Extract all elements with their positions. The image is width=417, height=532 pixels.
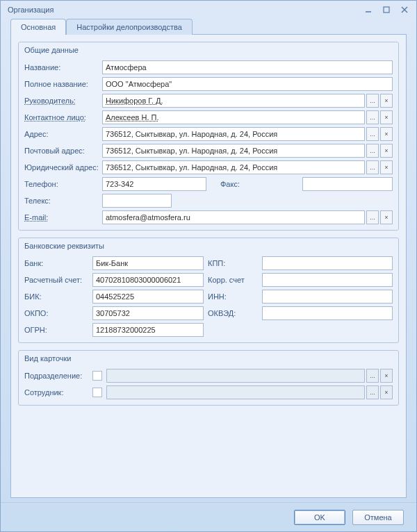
corr-input[interactable] <box>262 273 393 287</box>
address-label: Адрес: <box>24 130 101 138</box>
ogrn-label: ОГРН: <box>24 326 88 334</box>
group-general-title: Общие данные <box>19 42 398 56</box>
dialog-footer: OK Отмена <box>1 502 416 531</box>
email-input[interactable] <box>102 210 365 224</box>
email-label: E-mail: <box>24 213 101 222</box>
tab-panel-main: Общие данные Название: Полное название: … <box>10 34 407 498</box>
contact-clear-button[interactable]: × <box>380 110 393 124</box>
okved-input[interactable] <box>262 306 393 320</box>
corr-label: Корр. счет <box>208 276 258 284</box>
okpo-input[interactable] <box>92 306 204 320</box>
group-card: Вид карточки Подразделение: ... × Сотруд… <box>18 350 399 406</box>
group-bank-title: Банковские реквизиты <box>19 238 398 252</box>
legaladdr-input[interactable] <box>102 160 365 174</box>
ok-button[interactable]: OK <box>294 510 345 525</box>
bik-input[interactable] <box>92 290 204 304</box>
fullname-input[interactable] <box>102 77 393 91</box>
postaddr-input[interactable] <box>102 144 365 158</box>
telex-input[interactable] <box>102 194 172 208</box>
dept-clear-button: × <box>380 369 393 383</box>
inn-label: ИНН: <box>208 292 258 301</box>
head-clear-button[interactable]: × <box>380 94 393 108</box>
address-input[interactable] <box>102 127 365 141</box>
contact-input[interactable] <box>102 110 365 124</box>
legaladdr-clear-button[interactable]: × <box>380 160 393 174</box>
contact-label: Контактное лицо: <box>24 113 101 122</box>
name-label: Название: <box>24 63 101 72</box>
tab-main[interactable]: Основная <box>10 19 66 35</box>
fullname-label: Полное название: <box>24 80 101 88</box>
group-card-title: Вид карточки <box>19 351 398 365</box>
phone-input[interactable] <box>102 177 206 191</box>
emp-clear-button: × <box>380 385 393 399</box>
bank-input[interactable] <box>92 256 204 270</box>
emp-checkbox[interactable] <box>92 388 102 397</box>
head-label: Руководитель: <box>24 97 101 105</box>
emp-input <box>106 385 365 399</box>
organization-window: Организация Основная Настройки делопроиз… <box>0 0 417 532</box>
okved-label: ОКВЭД: <box>208 309 258 317</box>
acc-input[interactable] <box>92 273 204 287</box>
group-bank: Банковские реквизиты Банк: КПП: Расчетны… <box>18 238 399 343</box>
fax-input[interactable] <box>302 177 393 191</box>
cancel-button[interactable]: Отмена <box>352 510 404 525</box>
window-title: Организация <box>8 6 54 14</box>
contact-picker-button[interactable]: ... <box>366 110 379 124</box>
email-picker-button[interactable]: ... <box>366 210 379 224</box>
name-input[interactable] <box>102 60 393 74</box>
acc-label: Расчетный счет: <box>24 276 88 284</box>
phone-label: Телефон: <box>24 180 101 188</box>
svg-rect-1 <box>384 7 389 13</box>
head-picker-button[interactable]: ... <box>366 94 379 108</box>
dept-checkbox[interactable] <box>92 371 102 381</box>
address-clear-button[interactable]: × <box>380 127 393 141</box>
emp-picker-button: ... <box>366 385 379 399</box>
group-general: Общие данные Название: Полное название: … <box>18 42 399 231</box>
okpo-label: ОКПО: <box>24 309 88 317</box>
bik-label: БИК: <box>24 292 88 301</box>
tabs: Основная Настройки делопроизводства <box>10 19 407 34</box>
dept-input <box>106 369 365 383</box>
telex-label: Телекс: <box>24 197 101 205</box>
legaladdr-picker-button[interactable]: ... <box>366 160 379 174</box>
maximize-button[interactable] <box>379 3 394 16</box>
fax-label: Факс: <box>220 180 255 188</box>
dept-label: Подразделение: <box>24 372 91 380</box>
ogrn-input[interactable] <box>92 323 204 337</box>
legaladdr-label: Юридический адрес: <box>24 163 101 172</box>
postaddr-picker-button[interactable]: ... <box>366 144 379 158</box>
titlebar: Организация <box>1 1 416 19</box>
emp-label: Сотрудник: <box>24 388 91 397</box>
minimize-button[interactable] <box>361 3 376 16</box>
kpp-label: КПП: <box>208 259 258 267</box>
postaddr-clear-button[interactable]: × <box>380 144 393 158</box>
tab-settings[interactable]: Настройки делопроизводства <box>66 19 193 35</box>
head-input[interactable] <box>102 94 365 108</box>
bank-label: Банк: <box>24 259 88 267</box>
postaddr-label: Почтовый адрес: <box>24 147 101 155</box>
close-button[interactable] <box>397 3 412 16</box>
address-picker-button[interactable]: ... <box>366 127 379 141</box>
dept-picker-button: ... <box>366 369 379 383</box>
inn-input[interactable] <box>262 290 393 304</box>
email-clear-button[interactable]: × <box>380 210 393 224</box>
kpp-input[interactable] <box>262 256 393 270</box>
